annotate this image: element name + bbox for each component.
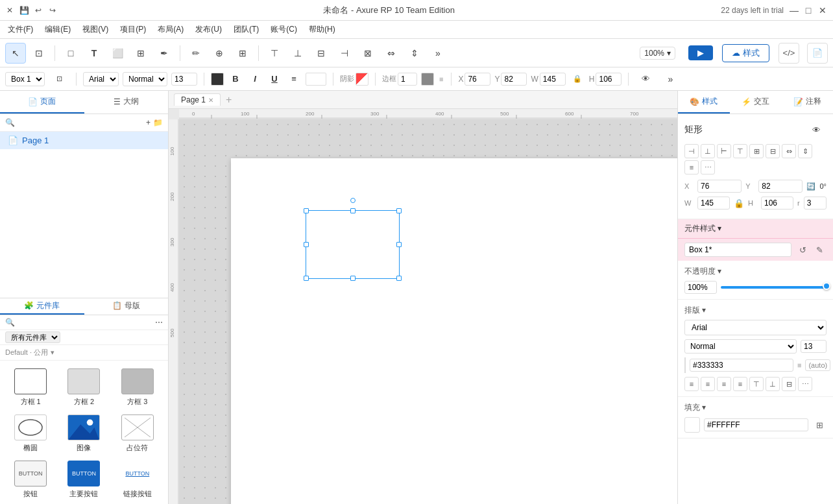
rotate-handle[interactable] [350,198,356,203]
minimize-button[interactable]: — [789,5,799,16]
opacity-slider[interactable] [721,286,827,289]
comp-ellipse[interactable]: 椭圆 [5,412,56,455]
handle-bl[interactable] [304,276,309,281]
menu-publish[interactable]: 发布(U) [190,23,227,36]
align-top-tool[interactable]: ⊤ [264,43,285,64]
menu-project[interactable]: 项目(P) [115,23,151,36]
align-more-btn[interactable]: ≡ [684,160,699,174]
select-tool[interactable]: ↖ [5,43,26,64]
save-icon[interactable]: 💾 [19,6,29,15]
handle-br[interactable] [396,276,402,281]
share-button[interactable]: ☁ 样式 [722,44,769,62]
align-left-btn[interactable]: ⊣ [684,144,699,158]
handle-tm[interactable] [350,208,356,213]
close-icon[interactable]: ✕ [5,6,14,15]
selected-box[interactable] [306,210,400,279]
text-align-right[interactable]: ≡ [717,377,731,391]
comp-button[interactable]: BUTTON 按钮 [5,458,56,501]
page-item[interactable]: 📄 Page 1 [0,132,168,149]
tab-outline[interactable]: ☰ 大纲 [84,91,169,114]
handle-tl[interactable] [304,208,309,213]
menu-edit[interactable]: 编辑(E) [40,23,76,36]
menu-file[interactable]: 文件(F) [3,23,38,36]
folder-icon[interactable]: 📁 [153,118,163,127]
opacity-input[interactable] [684,281,717,294]
pen-tool[interactable]: ✒ [154,43,175,64]
w-size-input[interactable] [697,197,730,210]
undo-icon[interactable]: ↩ [34,6,43,15]
align-bottom-tool[interactable]: ⊟ [311,43,332,64]
visibility-button[interactable]: 👁 [635,69,656,90]
menu-account[interactable]: 账号(C) [265,23,302,36]
align-center-tool[interactable]: ⊠ [357,43,378,64]
element-name-select[interactable]: Box 1 [5,72,45,86]
shadow-swatch[interactable] [356,73,368,86]
text-valign-middle[interactable]: ⊥ [766,377,780,391]
maximize-button[interactable]: □ [803,5,814,16]
canvas-area[interactable]: Page 1 ✕ + 0 100 200 300 400 500 [169,91,677,504]
comp-primary-button[interactable]: BUTTON 主要按钮 [58,458,109,501]
shape-visibility-btn[interactable]: 👁 [806,119,827,140]
page-search-input[interactable] [18,118,143,127]
fill-color-swatch[interactable] [684,417,700,433]
redo-icon[interactable]: ↪ [48,6,57,15]
tab-pages[interactable]: 📄 页面 [0,91,84,114]
comp-box3[interactable]: 方框 3 [112,366,163,409]
connector-tool[interactable]: ⊕ [209,43,230,64]
x-position-input[interactable] [697,180,742,193]
window-close-button[interactable]: ✕ [817,5,828,16]
frame-tool[interactable]: ⊡ [29,43,49,64]
font-color-swatch[interactable] [211,73,224,86]
page-tab-close[interactable]: ✕ [208,97,213,104]
handle-ml[interactable] [304,242,309,247]
underline-button[interactable]: U [267,71,282,87]
lock-ratio-icon[interactable]: 🔒 [734,198,744,208]
text-tool[interactable]: T [84,43,104,64]
text-valign-bottom[interactable]: ⊟ [782,377,796,391]
comp-category-arrow[interactable]: ▾ [51,348,54,357]
text-align-center[interactable]: ≡ [701,377,715,391]
comp-box1[interactable]: 方框 1 [5,366,56,409]
menu-help[interactable]: 帮助(H) [304,23,341,36]
font-color-swatch[interactable] [684,357,686,373]
preview-button[interactable]: ▶ [688,45,713,60]
text-more-btn[interactable]: ⋯ [798,377,812,391]
text-align-left[interactable]: ≡ [684,377,699,391]
comp-link-button[interactable]: BUTTON 链接按钮 [112,458,163,501]
code-button[interactable]: </> [779,43,799,64]
page-tab[interactable]: Page 1 ✕ [174,93,221,106]
tab-interaction[interactable]: ⚡ 交互 [730,91,782,114]
comp-style-name-input[interactable] [684,243,791,257]
zoom-control[interactable]: 100% ▾ [640,47,675,60]
font-color-hex-input[interactable] [690,359,793,372]
y-position-input[interactable] [758,180,803,193]
comp-search-input[interactable] [18,318,152,327]
component-tool[interactable]: ⊞ [130,43,151,64]
bold-button[interactable]: B [228,71,243,87]
align-bottom-btn[interactable]: ⊟ [766,144,780,158]
italic-button[interactable]: I [247,71,263,87]
tab-masters[interactable]: 📋 母版 [84,298,169,315]
h-size-input[interactable] [761,197,793,210]
align-more2-btn[interactable]: ⋯ [701,160,715,174]
text-valign-top[interactable]: ⊤ [749,377,764,391]
right-font-size-input[interactable] [801,340,827,353]
library-select[interactable]: 所有元件库 [5,331,60,343]
tab-notes[interactable]: 📝 注释 [781,91,833,114]
comp-box2[interactable]: 方框 2 [58,366,109,409]
opacity-slider-thumb[interactable] [823,282,830,290]
right-font-select[interactable]: Arial [684,320,827,335]
right-font-style-select[interactable]: Normal [684,339,797,354]
align-right-btn[interactable]: ⊢ [717,144,731,158]
publish-button[interactable]: 📄 [807,43,828,64]
align-center-btn[interactable]: ⊥ [701,144,715,158]
align-top-btn[interactable]: ⊤ [733,144,747,158]
font-select[interactable]: Arial [83,72,119,86]
fill-color-swatch[interactable] [306,73,326,86]
more-align-tool[interactable]: » [428,43,448,64]
add-page-tab-icon[interactable]: + [226,94,232,106]
menu-view[interactable]: 视图(V) [77,23,114,36]
lock-ratio-button[interactable]: 🔒 [570,71,585,87]
menu-layout[interactable]: 布局(A) [152,23,189,36]
dist-h-btn[interactable]: ⇔ [782,144,796,158]
